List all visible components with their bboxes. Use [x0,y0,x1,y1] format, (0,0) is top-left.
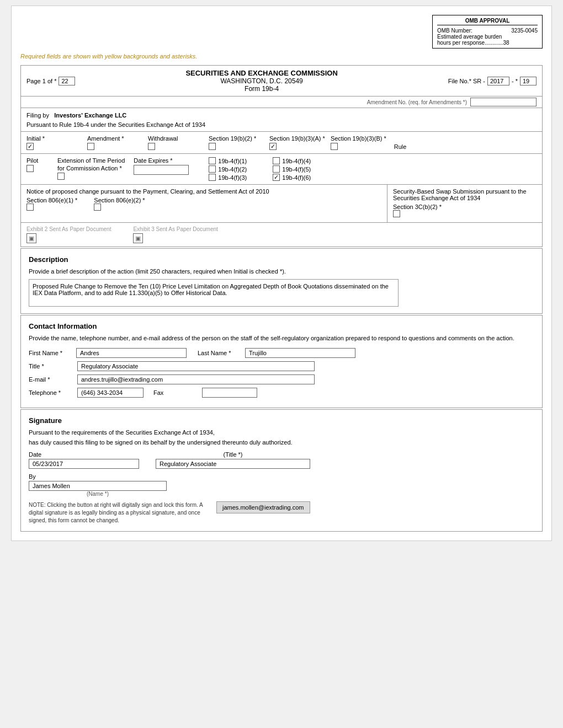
sig-title-group: (Title *) [156,451,310,469]
section806e2-group: Section 806(e)(2) * [94,197,145,212]
page-info: Page 1 of * 22 [26,77,75,85]
commission-header: SECURITIES AND EXCHANGE COMMISSION WASHI… [75,69,448,93]
pilot-group: Pilot [26,157,49,172]
header-section: Page 1 of * 22 SECURITIES AND EXCHANGE C… [20,65,543,97]
sig-line1: Pursuant to the requirements of the Secu… [29,429,534,436]
name-row: First Name * Last Name * [29,348,534,358]
section19b3A-checkbox[interactable] [269,143,277,150]
notice-right: Security-Based Swap Submission pursuant … [387,185,542,222]
pilot-checkbox[interactable] [26,165,34,172]
withdrawal-checkbox[interactable] [148,143,155,150]
amendment-group: Amendment * [87,135,142,150]
first-name-group: First Name * [29,348,187,358]
file-num-input[interactable]: 19 [520,77,537,85]
title-row: Title * [29,361,534,371]
sig-line2: has duly caused this filing to be signed… [29,439,534,446]
telephone-input[interactable] [77,388,144,398]
filing-by: Filing by Investors' Exchange LLC [26,111,537,119]
contact-desc: Provide the name, telephone number, and … [29,335,534,341]
sig-by-input[interactable] [29,481,167,491]
section19b3A-group: Section 19(b)(3)(A) * [269,135,325,150]
date-expires-input[interactable] [134,165,189,175]
section19b3B-checkbox[interactable] [331,143,338,150]
section806e1-group: Section 806(e)(1) * [26,197,77,212]
contact-section: Contact Information Provide the name, te… [20,315,543,408]
section3cb2-group: Section 3C(b)(2) * [393,204,537,219]
rule-19b4f2-checkbox[interactable] [209,165,216,173]
omb-number: OMB Number: 3235-0045 [437,28,538,34]
rule-19b4f5-checkbox[interactable] [273,165,280,173]
signature-title: Signature [29,416,534,425]
pursuant-text: Pursuant to Rule 19b-4 under the Securit… [26,121,537,128]
sig-title-input[interactable] [156,459,310,469]
rule-19b4f4-checkbox[interactable] [273,157,280,164]
description-desc: Provide a brief description of the actio… [29,268,534,275]
required-note: Required fields are shown with yellow ba… [20,53,543,60]
omb-burden: Estimated average burden [437,34,538,40]
initial-checkbox[interactable] [26,143,34,150]
filing-info: Filing by Investors' Exchange LLC Pursua… [20,108,543,132]
omb-hours: hours per response............38 [437,40,538,46]
commission-line1: SECURITIES AND EXCHANGE COMMISSION [75,69,448,77]
amendment-checkbox[interactable] [87,143,94,150]
description-text[interactable]: Proposed Rule Change to Remove the Ten (… [29,279,399,307]
section806e1-checkbox[interactable] [26,204,34,211]
section806e2-checkbox[interactable] [94,204,101,211]
email-row: E-mail * [29,374,534,384]
exhibit2: Exhibit 2 Sent As Paper Document ▣ [26,226,111,243]
amendment-input[interactable] [470,98,537,106]
last-name-input[interactable] [245,348,355,358]
last-name-group: Last Name * [198,348,355,358]
rule-19b4f6: 19b-4(f)(6) [273,174,328,181]
commission-checkbox[interactable] [57,173,65,180]
file-year-input[interactable]: 2017 [487,77,509,85]
notice-section: Notice of proposed change pursuant to th… [20,185,543,223]
exhibit2-icon[interactable]: ▣ [26,233,36,243]
rule-19b4f4: 19b-4(f)(4) [273,157,328,164]
omb-approval-box: OMB APPROVAL OMB Number: 3235-0045 Estim… [432,15,543,49]
sig-bottom: NOTE: Clicking the button at right will … [29,501,534,524]
checkboxes-section: Initial * Amendment * Withdrawal Section… [20,132,543,154]
description-section: Description Provide a brief description … [20,248,543,314]
email-input[interactable] [77,374,315,384]
contact-title: Contact Information [29,322,534,330]
first-name-input[interactable] [76,348,187,358]
sig-by-row: By (Name *) [29,473,534,497]
date-expires-group: Date Expires * [134,157,189,175]
section3cb2-checkbox[interactable] [393,210,400,217]
file-number: File No.* SR - 2017 - * 19 [448,77,537,85]
omb-title: OMB APPROVAL [437,18,538,25]
sig-name-sublabel: (Name *) [29,491,167,497]
sig-fields-row: Date (Title *) [29,451,534,469]
initial-group: Initial * [26,135,82,150]
exhibit3-icon[interactable]: ▣ [133,233,143,243]
sig-date-group: Date [29,451,139,469]
rule-19b4f5: 19b-4(f)(5) [273,165,328,173]
sig-date-input[interactable] [29,459,139,469]
fax-input[interactable] [202,388,257,398]
exhibit3: Exhibit 3 Sent As Paper Document ▣ [133,226,217,243]
rule-label: Rule [394,143,407,150]
extension-group: Extension of Time Period for Commission … [57,157,125,180]
telephone-row: Telephone * Fax [29,388,534,398]
rule-19b4f3-checkbox[interactable] [209,174,216,181]
signature-section: Signature Pursuant to the requirements o… [20,409,543,532]
pilot-section: Pilot Extension of Time Period for Commi… [20,154,543,185]
title-input[interactable] [77,361,315,371]
rules-section: 19b-4(f)(1) 19b-4(f)(4) 19b-4(f)(2) 19b-… [209,157,328,181]
commission-line2: WASHINGTON, D.C. 20549 [75,77,448,85]
rule-19b4f3: 19b-4(f)(3) [209,174,264,181]
rule-19b4f1-checkbox[interactable] [209,157,216,164]
section19b2-group: Section 19(b)(2) * [209,135,264,150]
page-number-input[interactable]: 22 [59,77,75,85]
rule-19b4f2: 19b-4(f)(2) [209,165,264,173]
description-title: Description [29,255,534,264]
rule-19b4f6-checkbox[interactable] [273,174,280,181]
amendment-row: Amendment No. (req. for Amendments *) [20,97,543,108]
withdrawal-group: Withdrawal [148,135,203,150]
digital-sign-button[interactable]: james.mollen@iextrading.com [216,501,310,513]
sig-bottom-note: NOTE: Clicking the button at right will … [29,501,205,524]
commission-line3: Form 19b-4 [75,85,448,93]
rule-19b4f1: 19b-4(f)(1) [209,157,264,164]
section19b2-checkbox[interactable] [209,143,216,150]
